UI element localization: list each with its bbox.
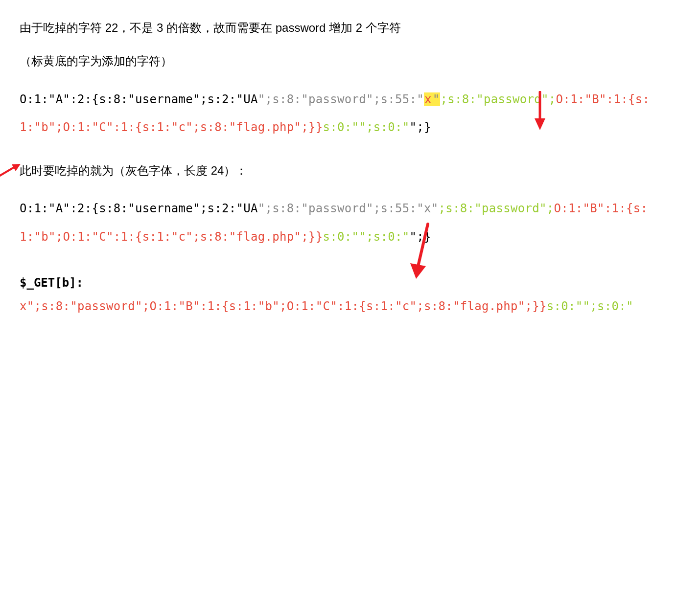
get-b-code-block: x";s:8:"password";O:1:"B":1:{s:1:"b";O:1… — [20, 293, 680, 321]
code2-seg-e: s:0:"";s:0:" — [323, 230, 409, 244]
intro-paragraph-2: （标黄底的字为添加的字符） — [20, 52, 680, 70]
code3-seg-a: x";s:8:"password";O:1:"B":1:{s:1:"b";O:1… — [20, 299, 547, 313]
middle-paragraph: 此时要吃掉的就为（灰色字体，长度 24）： — [20, 161, 680, 180]
code2-seg-c: ;s:8:"password"; — [438, 202, 554, 215]
intro-paragraph-1: 由于吃掉的字符 22，不是 3 的倍数，故而需要在 password 增加 2 … — [20, 19, 680, 37]
code1-seg-d-highlight: " — [432, 92, 441, 106]
code1-seg-c-highlight: x — [424, 92, 432, 106]
serialized-code-block-2: O:1:"A":2:{s:8:"username";s:2:"UA";s:8:"… — [20, 195, 680, 251]
svg-line-2 — [0, 166, 16, 176]
code2-seg-f: ";} — [409, 230, 431, 244]
code3-seg-b: s:0:"";s:0:" — [547, 299, 633, 313]
code1-seg-a: O:1:"A":2:{s:8:"username";s:2:"UA — [20, 92, 258, 106]
code2-seg-a: O:1:"A":2:{s:8:"username";s:2:"UA — [20, 202, 258, 215]
code2-seg-b: ";s:8:"password";s:55:"x" — [258, 202, 439, 215]
get-b-label: $_GET[b]: — [20, 276, 680, 290]
code1-seg-b: ";s:8:"password";s:55:" — [258, 92, 424, 106]
code1-seg-g: s:0:"";s:0:" — [323, 120, 409, 134]
serialized-code-block-1: O:1:"A":2:{s:8:"username";s:2:"UA";s:8:"… — [20, 86, 680, 142]
code1-seg-e: ;s:8:"password"; — [440, 92, 556, 106]
code1-seg-h: ";} — [409, 120, 431, 134]
